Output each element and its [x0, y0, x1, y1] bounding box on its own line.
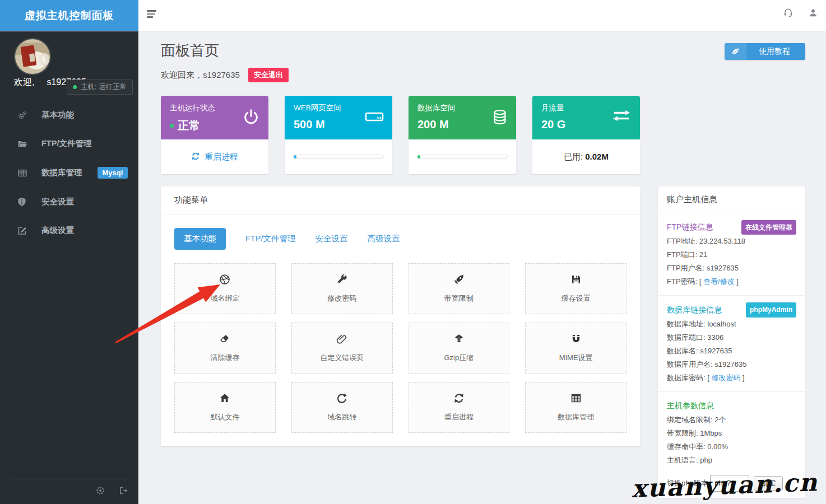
headset-icon[interactable] [783, 7, 793, 18]
shield-icon [17, 197, 27, 207]
status-dot [170, 124, 174, 128]
ftp-address-row: FTP地址: 23.224.53.118 [667, 235, 796, 248]
power-icon [242, 108, 261, 129]
cache-hit-row: 缓存命中率: 0.00% [667, 440, 796, 454]
bandwidth-limit-row: 带宽限制: 1Mbps [667, 427, 796, 440]
stat-cards: 主机运行状态 正常 重启进程 WEB网页空间 500 M [161, 96, 640, 174]
sidebar: 欢迎,s1927635 主机: 运行正常 基本功能 FTP/文件管理 数据库管理… [0, 31, 138, 504]
sidebar-item-label: 安全设置 [41, 197, 74, 207]
ftp-password-row: FTP密码: [ 查看/修改 ] [667, 275, 796, 288]
db-space-progress [417, 155, 508, 159]
home-icon [219, 393, 230, 406]
sidebar-footer [10, 479, 128, 504]
dribbble-icon [219, 274, 230, 287]
menu-toggle-icon[interactable] [147, 10, 156, 20]
ftp-port-row: FTP端口: 21 [667, 248, 796, 262]
stat-card-host-status: 主机运行状态 正常 重启进程 [161, 96, 268, 174]
page-title: 面板首页 [161, 41, 219, 60]
gear-icon[interactable] [96, 486, 105, 497]
sidebar-item-label: 基本功能 [41, 110, 74, 120]
tab-advanced[interactable]: 高级设置 [367, 234, 400, 244]
phpmyadmin-button[interactable]: phpMyAdmin [746, 302, 796, 317]
restart-process-link[interactable]: 重启进程 [191, 152, 238, 162]
database-icon [491, 108, 508, 128]
folder-icon [17, 139, 27, 149]
function-menu-panel: 功能菜单 基本功能 FTP/文件管理 安全设置 高级设置 域名绑定 [161, 186, 640, 446]
main-content: 面板首页 欢迎回来，s1927635 安全退出 使用教程 主机运行状态 正常 [138, 31, 826, 504]
stat-card-db-space: 数据库空间 200 M [409, 96, 516, 174]
topbar: 虚拟主机控制面板 [0, 0, 826, 31]
tile-database-management[interactable]: 数据库管理 [525, 382, 627, 433]
status-dot [73, 85, 77, 89]
account-info-panel: 账户主机信息 FTP链接信息 在线文件管理器 FTP地址: 23.224.53.… [658, 186, 805, 498]
sidebar-item-basic-functions[interactable]: 基本功能 [0, 101, 138, 129]
mysql-badge[interactable]: Mysql [98, 167, 128, 179]
wrench-icon [336, 274, 347, 287]
function-menu-title: 功能菜单 [161, 186, 640, 214]
dropbox-icon [453, 333, 465, 347]
user-icon[interactable] [808, 8, 818, 18]
sidebar-item-label: FTP/文件管理 [41, 138, 91, 149]
welcome-back-text: 欢迎回来，s1927635 [161, 70, 240, 81]
refresh-icon [191, 152, 200, 162]
tutorial-button[interactable]: 使用教程 [725, 43, 805, 60]
host-status-value: 正常 [178, 118, 200, 133]
stat-card-traffic: 月流量 20 G 已用:0.02M [532, 96, 640, 174]
rotate-right-icon [336, 393, 347, 406]
sidebar-item-ftp-files[interactable]: FTP/文件管理 [0, 129, 138, 158]
exchange-icon [611, 108, 632, 125]
tile-change-password[interactable]: 修改密码 [291, 263, 393, 314]
tile-domain-binding[interactable]: 域名绑定 [174, 263, 276, 314]
tile-default-file[interactable]: 默认文件 [174, 382, 276, 433]
rocket-icon [453, 274, 465, 287]
tab-security[interactable]: 安全设置 [315, 234, 347, 244]
avatar[interactable] [14, 38, 51, 75]
tile-cache-settings[interactable]: 缓存设置 [525, 263, 627, 314]
magnet-icon [570, 333, 582, 347]
tab-ftp-files[interactable]: FTP/文件管理 [245, 234, 295, 244]
account-panel-title: 账户主机信息 [658, 186, 805, 213]
traffic-used: 已用:0.02M [564, 152, 609, 162]
ftp-username-row: FTP用户名: s1927635 [667, 262, 796, 275]
tile-domain-redirect[interactable]: 域名跳转 [291, 382, 393, 433]
db-info-heading: 数据库链接信息 [667, 303, 722, 318]
tile-gzip-compression[interactable]: Gzip压缩 [409, 323, 510, 374]
table-icon [17, 168, 27, 178]
db-name-row: 数据库名: s1927635 [667, 344, 796, 358]
stat-card-web-space: WEB网页空间 500 M [285, 96, 392, 174]
function-tabs: 基本功能 FTP/文件管理 安全设置 高级设置 [174, 228, 627, 250]
tile-clear-cache[interactable]: 清除缓存 [174, 323, 276, 374]
paperclip-icon [336, 333, 347, 347]
tab-basic-functions[interactable]: 基本功能 [174, 228, 226, 250]
sidebar-item-security[interactable]: 安全设置 [0, 188, 138, 216]
logout-button[interactable]: 安全退出 [248, 68, 289, 82]
sidebar-item-advanced[interactable]: 高级设置 [0, 216, 138, 245]
db-username-row: 数据库用户名: s1927635 [667, 358, 796, 371]
sidebar-item-label: 高级设置 [41, 225, 74, 236]
sidebar-item-database[interactable]: 数据库管理 Mysql [0, 158, 138, 188]
table-icon [570, 393, 582, 406]
ftp-info-section: FTP链接信息 在线文件管理器 FTP地址: 23.224.53.118 FTP… [658, 213, 805, 296]
host-status-badge: 主机: 运行正常 [67, 80, 133, 95]
ftp-info-heading: FTP链接信息 [667, 220, 713, 235]
refresh-icon [453, 393, 465, 406]
db-port-row: 数据库端口: 3306 [667, 331, 796, 344]
db-password-modify-link[interactable]: 修改密码 [711, 374, 740, 382]
hdd-icon [364, 108, 384, 127]
db-address-row: 数据库地址: localhost [667, 318, 796, 331]
tile-mime-settings[interactable]: MIME设置 [525, 323, 627, 374]
app-title: 虚拟主机控制面板 [0, 0, 138, 31]
leaf-icon [725, 43, 746, 60]
sidebar-item-label: 数据库管理 [41, 167, 82, 178]
ftp-password-view-modify-link[interactable]: 查看/修改 [703, 277, 735, 286]
tile-custom-error-page[interactable]: 自定义错误页 [291, 323, 393, 374]
function-tile-grid: 域名绑定 修改密码 带宽限制 [174, 263, 627, 433]
host-language-row: 主机语言: php [667, 454, 796, 467]
host-params-heading: 主机参数信息 [667, 399, 796, 413]
online-file-manager-button[interactable]: 在线文件管理器 [741, 220, 796, 235]
tile-restart-process[interactable]: 重启进程 [409, 382, 510, 433]
web-space-progress [293, 155, 384, 159]
signout-icon[interactable] [119, 486, 128, 497]
tile-bandwidth-limit[interactable]: 带宽限制 [409, 263, 510, 314]
edit-icon [17, 226, 27, 236]
